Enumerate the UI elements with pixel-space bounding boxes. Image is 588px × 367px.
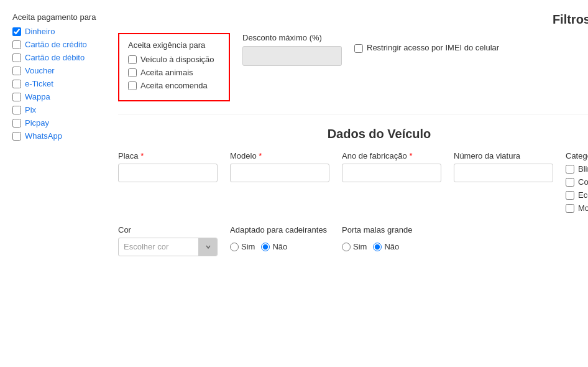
cor-picker[interactable]: Escolher cor (118, 238, 218, 256)
exigencia-label-aceita-animais: Aceita animais (140, 68, 193, 77)
cat-option-comfort[interactable]: Comfort (566, 177, 588, 187)
payment-label-voucher: Voucher (25, 66, 55, 75)
cat-option-blindado[interactable]: Blindado (566, 164, 588, 174)
exigencia-checkbox-aceita-animais[interactable] (128, 68, 137, 77)
exigencia-label-veiculo-disposicao: Veículo à disposição (140, 55, 214, 64)
adaptado-radio-adapt-nao[interactable] (261, 243, 270, 251)
ano-group: Ano de fabricação * (342, 151, 441, 182)
numero-viatura-input[interactable] (454, 164, 553, 182)
exigencia-option-aceita-animais[interactable]: Aceita animais (128, 68, 220, 77)
cor-group: Cor Escolher cor (118, 225, 218, 256)
numero-viatura-label: Número da viatura (454, 151, 553, 160)
adaptado-label-adapt-sim: Sim (241, 242, 255, 251)
cor-placeholder: Escolher cor (119, 238, 198, 256)
payment-checkbox-cartao-credito[interactable] (12, 40, 21, 49)
cat-checkbox-economico[interactable] (566, 191, 574, 200)
exigencia-label-aceita-encomenda: Aceita encomenda (140, 81, 208, 90)
placa-label: Placa * (118, 151, 218, 160)
adaptado-group: Adaptado para cadeirantes SimNão (230, 225, 329, 251)
payment-option-wappa[interactable]: Wappa (12, 92, 118, 101)
payment-label-cartao-credito: Cartão de crédito (25, 40, 87, 49)
desconto-label: Desconto máximo (%) (242, 33, 342, 42)
categorias-label: Categorias* (566, 151, 588, 160)
imei-checkbox[interactable] (354, 44, 363, 53)
exigencia-label: Aceita exigência para (128, 40, 220, 50)
imei-label: Restringir acesso por IMEI do celular (367, 43, 499, 52)
cat-checkbox-mototaxi[interactable] (566, 204, 574, 213)
porta-malas-group: Porta malas grande SimNão (342, 225, 441, 251)
payment-checkbox-whatsapp[interactable] (12, 132, 21, 141)
cat-label-mototaxi: Mototaxi (578, 203, 588, 213)
cat-label-blindado: Blindado (578, 164, 588, 174)
porta-label-porta-nao: Não (384, 242, 399, 251)
exigencia-option-aceita-encomenda[interactable]: Aceita encomenda (128, 81, 220, 90)
numero-viatura-group: Número da viatura (454, 151, 553, 182)
cat-label-comfort: Comfort (578, 177, 588, 187)
exigencia-checkbox-aceita-encomenda[interactable] (128, 81, 137, 90)
payment-option-cartao-debito[interactable]: Cartão de débito (12, 53, 118, 62)
payment-option-pix[interactable]: Pix (12, 105, 118, 114)
cat-option-economico[interactable]: Econômico (566, 190, 588, 200)
porta-label-porta-sim: Sim (353, 242, 367, 251)
modelo-input[interactable] (230, 164, 329, 182)
adaptado-option-adapt-sim[interactable]: Sim (230, 242, 255, 251)
payment-checkbox-picpay[interactable] (12, 119, 21, 128)
placa-input[interactable] (118, 164, 218, 182)
porta-malas-label: Porta malas grande (342, 225, 441, 235)
payment-label: Aceita pagamento para (12, 12, 118, 22)
filtros-title: Filtros (553, 12, 588, 27)
porta-radio-porta-sim[interactable] (342, 243, 351, 251)
chevron-down-icon (205, 244, 211, 250)
exigencia-option-veiculo-disposicao[interactable]: Veículo à disposição (128, 55, 220, 64)
placa-group: Placa * (118, 151, 218, 182)
adaptado-option-adapt-nao[interactable]: Não (261, 242, 287, 251)
payment-option-cartao-credito[interactable]: Cartão de crédito (12, 40, 118, 49)
cat-option-mototaxi[interactable]: Mototaxi (566, 203, 588, 213)
porta-option-porta-sim[interactable]: Sim (342, 242, 367, 251)
cor-color-box[interactable] (198, 238, 217, 256)
payment-option-voucher[interactable]: Voucher (12, 66, 118, 75)
categorias-group: Categorias* BlindadoComfortEconômicoMoto… (566, 151, 588, 216)
payment-checkbox-voucher[interactable] (12, 67, 21, 75)
payment-section: Aceita pagamento para DinheiroCartão de … (12, 12, 118, 256)
modelo-group: Modelo * (230, 151, 329, 182)
cor-label: Cor (118, 225, 218, 235)
cat-checkbox-blindado[interactable] (566, 165, 574, 174)
cat-label-economico: Econômico (578, 190, 588, 200)
payment-checkbox-eticket[interactable] (12, 80, 21, 88)
imei-section: Restringir acesso por IMEI do celular (354, 33, 499, 101)
desconto-input[interactable] (242, 46, 342, 66)
adaptado-label-adapt-nao: Não (272, 242, 287, 251)
payment-label-pix: Pix (25, 105, 36, 114)
payment-checkbox-wappa[interactable] (12, 93, 21, 101)
payment-label-wappa: Wappa (25, 92, 50, 101)
payment-label-eticket: e-Ticket (25, 79, 53, 88)
desconto-section: Desconto máximo (%) (242, 33, 342, 101)
payment-label-cartao-debito: Cartão de débito (25, 53, 85, 62)
payment-label-picpay: Picpay (25, 118, 49, 128)
payment-checkbox-dinheiro[interactable] (12, 27, 21, 36)
payment-option-whatsapp[interactable]: WhatsApp (12, 131, 118, 141)
porta-radio-porta-nao[interactable] (373, 243, 382, 251)
veiculo-section: Dados do Veículo Placa * Modelo * (118, 114, 588, 256)
porta-option-porta-nao[interactable]: Não (373, 242, 399, 251)
veiculo-title: Dados do Veículo (118, 127, 588, 141)
modelo-label: Modelo * (230, 151, 329, 160)
payment-option-eticket[interactable]: e-Ticket (12, 79, 118, 88)
cat-checkbox-comfort[interactable] (566, 178, 574, 187)
adaptado-label: Adaptado para cadeirantes (230, 225, 329, 235)
payment-option-picpay[interactable]: Picpay (12, 118, 118, 128)
payment-checkbox-pix[interactable] (12, 106, 21, 114)
ano-input[interactable] (342, 164, 441, 182)
ano-label: Ano de fabricação * (342, 151, 441, 160)
payment-checkbox-cartao-debito[interactable] (12, 53, 21, 62)
right-panel: Filtros Aceita exigência para Veículo à … (118, 12, 588, 256)
payment-label-whatsapp: WhatsApp (25, 131, 62, 141)
exigencia-section: Aceita exigência para Veículo à disposiç… (118, 33, 230, 101)
exigencia-checkbox-veiculo-disposicao[interactable] (128, 55, 137, 64)
payment-label-dinheiro: Dinheiro (25, 27, 55, 36)
payment-option-dinheiro[interactable]: Dinheiro (12, 27, 118, 36)
adaptado-radio-adapt-sim[interactable] (230, 243, 239, 251)
